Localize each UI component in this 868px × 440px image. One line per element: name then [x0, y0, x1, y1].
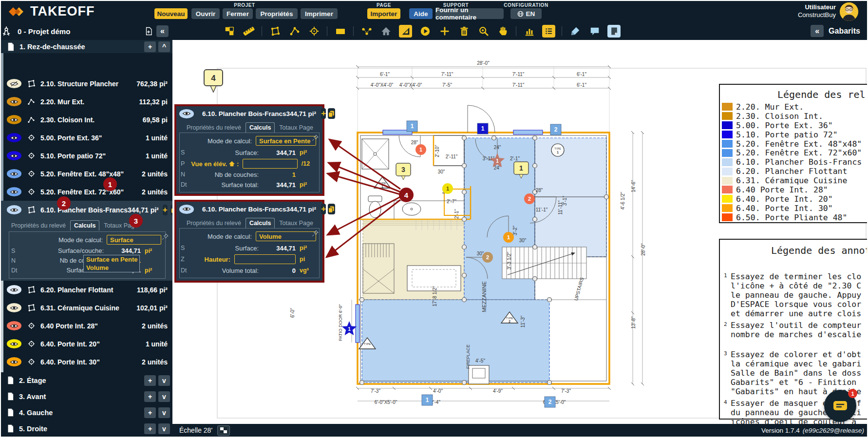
eye-icon[interactable] — [7, 321, 21, 330]
delete-icon[interactable] — [457, 25, 471, 38]
square-marker[interactable]: 2 — [550, 124, 561, 135]
pin-icon[interactable] — [312, 134, 319, 141]
tab-totaux[interactable]: Totaux Page — [276, 218, 317, 228]
aide-button[interactable]: Aide — [409, 8, 433, 19]
eye-icon[interactable] — [7, 115, 21, 124]
nodes-tool-icon[interactable] — [360, 25, 373, 38]
takeoff-item-2-20-mur-ext[interactable]: 2.20. Mur Ext.112,32 pi — [1, 93, 172, 111]
add-icon[interactable] — [438, 25, 451, 38]
note-icon[interactable] — [607, 25, 621, 38]
eye-icon[interactable] — [7, 169, 21, 178]
tab-calculs[interactable]: Calculs — [245, 218, 275, 228]
duplicate-button[interactable] — [328, 204, 335, 214]
chat-widget[interactable]: 1 — [824, 390, 856, 422]
rectangle-tool-icon[interactable] — [334, 25, 347, 38]
path-tool-icon[interactable] — [288, 25, 301, 38]
circle-marker[interactable]: 2 — [524, 193, 535, 204]
polygon-tool-icon[interactable] — [268, 25, 282, 38]
big-circle-marker[interactable]: 4 — [399, 188, 414, 202]
square-marker[interactable]: 2 — [545, 397, 555, 407]
takeoff-list-icon[interactable] — [542, 25, 555, 38]
tab-totaux[interactable]: Totaux Page — [276, 123, 317, 133]
page-group-5-droite[interactable]: 5. Droite + v — [1, 421, 172, 437]
add-button[interactable]: + — [321, 108, 326, 119]
propri-t-s-button[interactable]: Propriétés — [256, 8, 298, 19]
new-page-button[interactable] — [142, 25, 154, 37]
pente-input[interactable] — [243, 159, 297, 169]
option-volume[interactable]: Volume — [84, 264, 139, 272]
tab-proprietes[interactable]: Propriétés du relevé — [183, 123, 245, 133]
visibility-eye-icon[interactable] — [179, 109, 194, 118]
tab-calculs[interactable]: Calculs — [245, 122, 275, 133]
pin-icon[interactable] — [162, 233, 169, 240]
option-surface-en-pente[interactable]: Surface en Pente — [84, 255, 139, 264]
eye-icon[interactable] — [7, 285, 21, 294]
type-circ-marker[interactable]: TYPE1 — [551, 144, 564, 156]
scale-pattern-button[interactable] — [217, 425, 230, 436]
add-takeoff-button[interactable]: + — [163, 205, 168, 215]
page-group-3-avant[interactable]: 3. Avant + v — [1, 388, 172, 404]
count-tool-icon[interactable] — [307, 25, 321, 38]
page-group-4-gauche[interactable]: 4. Gauche + v — [1, 404, 172, 421]
eye-icon[interactable] — [7, 357, 21, 366]
takeoff-item-2-10-structure-plancher[interactable]: 2.10. Structure Plancher762,38 pi² — [1, 75, 172, 93]
ouvrir-button[interactable]: Ouvrir — [191, 8, 220, 19]
square-marker[interactable]: 1 — [422, 395, 433, 405]
add-takeoff-button[interactable]: + — [144, 407, 156, 418]
takeoff-item-6-40-porte-int-28[interactable]: 6.40 Porte Int. 28"2 unités — [1, 317, 172, 335]
comment-icon[interactable] — [588, 25, 601, 38]
setsquare-icon[interactable] — [399, 25, 412, 38]
pattern-icon[interactable] — [223, 25, 236, 38]
takeoff-item-2-30-cloison-int[interactable]: 2.30. Cloison Int.69,58 pi — [1, 111, 172, 129]
takeoff-item-6-31-c-ramique-cuisine[interactable]: 6.31. Céramique Cuisine102,01 pi² — [1, 299, 172, 317]
takeoff-item-5-00-porte-ext-36[interactable]: 5.00. Porte Ext. 36"1 unité — [1, 129, 172, 147]
pin-icon[interactable] — [312, 230, 319, 237]
collapse-group-button[interactable]: ^ — [158, 41, 170, 52]
takeoff-item-5-20-fen-tre-ext-48-x48[interactable]: 5.20. Fenêtre Ext. 48"x48"2 unités — [1, 165, 172, 183]
takeoff-item-6-20-plancher-flottant[interactable]: 6.20. Plancher Flottant118,66 pi² — [1, 281, 172, 299]
avatar[interactable] — [840, 2, 858, 21]
hauteur-input[interactable] — [234, 254, 296, 264]
nouveau-button[interactable]: Nouveau — [154, 8, 188, 19]
tab-proprietes[interactable]: Propriétés du relevé — [8, 221, 69, 230]
zoom-icon[interactable] — [477, 25, 490, 38]
fermer-button[interactable]: Fermer — [223, 8, 253, 19]
page-group-rez-de-chaussee[interactable]: 1. Rez-de-chaussée + ^ — [1, 40, 172, 53]
highlighter-icon[interactable] — [568, 25, 582, 38]
eye-icon[interactable] — [7, 205, 21, 214]
mode-calcul-select[interactable]: Surface en Pente — [256, 136, 316, 146]
collapse-templates-button[interactable]: « — [811, 25, 824, 37]
fournir-un-commentaire-button[interactable]: Fournir un commentaire — [435, 8, 504, 19]
add-takeoff-button[interactable]: + — [144, 423, 156, 434]
mode-calcul-select[interactable]: Volume — [256, 231, 316, 241]
chart-icon[interactable] — [523, 25, 536, 38]
eye-icon[interactable] — [7, 187, 21, 196]
visibility-eye-icon[interactable] — [179, 205, 194, 214]
circle-marker[interactable]: 1 — [442, 183, 453, 194]
add-takeoff-button[interactable]: + — [144, 41, 156, 52]
play-icon[interactable] — [418, 25, 432, 38]
eye-off-icon[interactable] — [7, 79, 21, 88]
imprimer-button[interactable]: Imprimer — [301, 8, 338, 19]
importer-button[interactable]: Importer — [367, 8, 400, 19]
pan-icon[interactable] — [496, 25, 509, 38]
takeoff-item-5-20-fen-tre-ext-72-x60[interactable]: 5.20. Fenêtre Ext. 72"x60"2 unités — [1, 183, 172, 201]
expand-group-button[interactable]: v — [158, 375, 170, 386]
eye-icon[interactable] — [7, 339, 21, 348]
expand-group-button[interactable]: v — [158, 407, 170, 418]
mode-calcul-select[interactable]: Surface — [107, 235, 161, 245]
eye-icon[interactable] — [7, 151, 21, 160]
takeoff-item-6-10-plancher-bois-francs[interactable]: 6.10. Plancher Bois-Francs344,71 pi²+ — [1, 201, 172, 219]
tab-calculs[interactable]: Calculs — [70, 220, 99, 230]
tab-proprietes[interactable]: Propriétés du relevé — [183, 218, 245, 228]
measure-icon[interactable] — [242, 25, 255, 38]
expand-group-button[interactable]: v — [158, 391, 170, 402]
eye-icon[interactable] — [7, 303, 21, 312]
eye-icon[interactable] — [7, 97, 21, 106]
page-group-2-tage[interactable]: 2. Étage + v — [1, 372, 172, 388]
add-button[interactable]: + — [321, 204, 326, 214]
drawing-canvas[interactable]: 28'-0"6'-1"7'-11"7'-11"6'-1"4'-0"X4'-0"4… — [172, 40, 867, 424]
takeoff-item-6-40-porte-int-30[interactable]: 6.40. Porte Int. 30"2 unités — [1, 353, 172, 371]
expand-group-button[interactable]: v — [158, 423, 170, 434]
square-marker[interactable]: 1 — [407, 121, 417, 132]
